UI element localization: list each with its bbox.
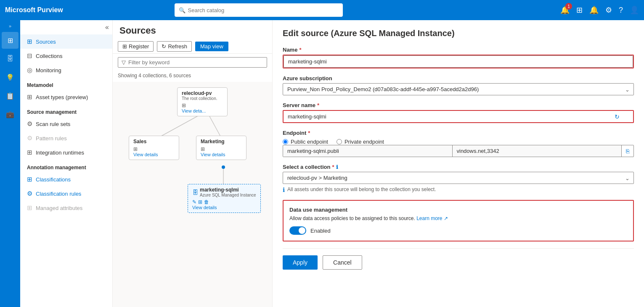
sidebar-item-classifications[interactable]: ⊞ Classifications bbox=[20, 172, 112, 186]
name-required-indicator: * bbox=[299, 47, 301, 53]
refresh-button[interactable]: ↻ Refresh bbox=[157, 41, 192, 52]
learn-more-link[interactable]: Learn more ↗ bbox=[416, 215, 448, 221]
sidebar-collapse-area: « bbox=[20, 20, 112, 34]
sales-node-table-icon: ⊞ bbox=[133, 146, 138, 152]
name-field-group: Name * bbox=[283, 47, 634, 68]
private-endpoint-option[interactable]: Private endpoint bbox=[337, 139, 384, 145]
endpoint-input-right[interactable] bbox=[452, 145, 622, 157]
cancel-button[interactable]: Cancel bbox=[323, 255, 362, 270]
marketing-node-icons: ⊞ bbox=[201, 146, 242, 152]
sqlmi-node-db-icon: 🗄 bbox=[192, 189, 198, 196]
source-management-section-label: Source management bbox=[20, 104, 112, 117]
sqlmi-node-link[interactable]: View details bbox=[192, 205, 256, 210]
collection-select[interactable]: relecloud-pv > Marketing bbox=[283, 172, 634, 184]
endpoint-radio-group: Public endpoint Private endpoint bbox=[283, 139, 634, 145]
sidebar-collapse-button[interactable]: « bbox=[105, 24, 109, 31]
rail-briefcase-icon[interactable]: 💼 bbox=[2, 106, 19, 123]
apply-button[interactable]: Apply bbox=[283, 255, 318, 270]
azure-subscription-label: Azure subscription bbox=[283, 75, 634, 81]
marketing-node-link[interactable]: View details bbox=[201, 152, 242, 157]
sources-toolbar: ⊞ Register ↻ Refresh Map view bbox=[113, 39, 272, 54]
collections-icon: ⊟ bbox=[27, 52, 32, 60]
endpoint-group: Endpoint * Public endpoint Private endpo… bbox=[283, 130, 634, 157]
rail-insight-icon[interactable]: 💡 bbox=[2, 69, 19, 86]
notifications-icon[interactable]: 🔔 1 bbox=[560, 5, 570, 15]
rail-home-icon[interactable]: ⊞ bbox=[2, 32, 19, 49]
sidebar-item-managed-attributes: ⊞ Managed attributes bbox=[20, 201, 112, 215]
register-button[interactable]: ⊞ Register bbox=[118, 41, 154, 52]
map-node-marketing-sqlmi: 🗄 marketing-sqlmi Azure SQL Managed Inst… bbox=[188, 184, 261, 213]
feedback-icon[interactable]: ⊞ bbox=[576, 5, 583, 15]
sqlmi-delete-icon[interactable]: 🗑 bbox=[204, 199, 209, 205]
help-icon[interactable]: ? bbox=[619, 6, 623, 15]
azure-subscription-group: Azure subscription Purview_Non Prod_Poli… bbox=[283, 75, 634, 95]
rail-govern-icon[interactable]: 📋 bbox=[2, 87, 19, 104]
endpoint-input-left[interactable] bbox=[283, 145, 452, 157]
server-name-select[interactable]: marketing-sqlmi bbox=[284, 111, 633, 122]
sqlmi-node-title: marketing-sqlmi bbox=[200, 187, 256, 193]
topbar: Microsoft Purview 🔍 🔔 1 ⊞ 🔔 ⚙ ? 👤 bbox=[0, 0, 644, 20]
sidebar-item-label-monitoring: Monitoring bbox=[36, 67, 61, 73]
sidebar-item-label-integration-runtimes: Integration runtimes bbox=[36, 150, 84, 156]
name-input-wrapper bbox=[283, 55, 634, 68]
root-node-icons: ⊞ bbox=[182, 102, 223, 108]
alert-icon[interactable]: 🔔 bbox=[589, 5, 599, 15]
svg-line-0 bbox=[158, 115, 200, 138]
sqlmi-edit-icon[interactable]: ✎ bbox=[192, 199, 196, 205]
sources-icon: ⊞ bbox=[27, 38, 32, 45]
edit-panel-title: Edit source (Azure SQL Managed Instance) bbox=[283, 29, 634, 38]
register-label: Register bbox=[129, 43, 149, 50]
external-link-icon: ↗ bbox=[444, 215, 448, 221]
collection-info-message: All assets under this source will belong… bbox=[287, 186, 436, 192]
sidebar: « ⊞ Sources ⊟ Collections ◎ Monitoring M… bbox=[20, 20, 113, 307]
sidebar-item-label-managed-attributes: Managed attributes bbox=[36, 205, 82, 211]
sidebar-item-monitoring[interactable]: ◎ Monitoring bbox=[20, 63, 112, 77]
account-icon[interactable]: 👤 bbox=[630, 5, 639, 15]
sidebar-item-label-collections: Collections bbox=[36, 53, 63, 59]
classification-rules-icon: ⚙ bbox=[27, 190, 32, 197]
root-node-link[interactable]: View deta... bbox=[182, 108, 223, 113]
topbar-actions: 🔔 1 ⊞ 🔔 ⚙ ? 👤 bbox=[560, 5, 639, 15]
endpoint-copy-icon[interactable]: ⎘ bbox=[621, 145, 633, 157]
sqlmi-node-subtitle: Azure SQL Managed Instance bbox=[200, 193, 256, 197]
sidebar-item-label-classifications[interactable]: Classifications bbox=[36, 176, 71, 183]
filter-input[interactable] bbox=[128, 59, 263, 66]
sidebar-item-sources[interactable]: ⊞ Sources bbox=[20, 34, 112, 49]
name-input[interactable] bbox=[284, 55, 633, 68]
sidebar-item-integration-runtimes[interactable]: ⊞ Integration runtimes bbox=[20, 145, 112, 160]
data-use-title: Data use management bbox=[289, 207, 627, 213]
rail-expand-icon[interactable]: » bbox=[9, 24, 11, 29]
public-endpoint-option[interactable]: Public endpoint bbox=[283, 139, 328, 145]
sales-node-link[interactable]: View details bbox=[133, 152, 175, 157]
collection-required-indicator: * bbox=[332, 164, 334, 170]
search-icon: 🔍 bbox=[179, 7, 186, 13]
private-endpoint-radio[interactable] bbox=[337, 139, 342, 144]
sidebar-item-scan-rule-sets[interactable]: ⚙ Scan rule sets bbox=[20, 117, 112, 131]
filter-icon: ▽ bbox=[122, 59, 126, 66]
sidebar-item-label-classification-rules[interactable]: Classification rules bbox=[36, 191, 81, 197]
collection-info-icon[interactable]: ℹ bbox=[336, 164, 338, 170]
data-use-toggle[interactable] bbox=[289, 226, 306, 235]
sidebar-item-collections[interactable]: ⊟ Collections bbox=[20, 49, 112, 63]
endpoint-label: Endpoint * bbox=[283, 130, 634, 136]
server-name-refresh-icon[interactable]: ↻ bbox=[615, 113, 620, 120]
collection-group: Select a collection * ℹ relecloud-pv > M… bbox=[283, 164, 634, 193]
sidebar-item-asset-types[interactable]: ⊞ Asset types (preview) bbox=[20, 90, 112, 104]
search-input[interactable] bbox=[188, 7, 339, 13]
sources-map-view: relecloud-pv The root collection. ⊞ View… bbox=[113, 82, 272, 307]
search-bar[interactable]: 🔍 bbox=[175, 3, 343, 17]
settings-icon[interactable]: ⚙ bbox=[605, 5, 612, 15]
sidebar-item-classification-rules[interactable]: ⚙ Classification rules bbox=[20, 186, 112, 201]
main-content: Sources ⊞ Register ↻ Refresh Map view ▽ bbox=[113, 20, 644, 307]
server-name-label: Server name * bbox=[283, 102, 634, 108]
refresh-label: Refresh bbox=[168, 43, 187, 50]
sqlmi-scan-icon[interactable]: ⊞ bbox=[198, 199, 202, 205]
server-name-group: Server name * marketing-sqlmi ↻ bbox=[283, 102, 634, 123]
azure-subscription-select[interactable]: Purview_Non Prod_Policy_Demo2 (d07a083c-… bbox=[283, 83, 634, 95]
root-node-table-icon: ⊞ bbox=[182, 102, 186, 108]
map-view-button[interactable]: Map view bbox=[195, 42, 228, 51]
svg-line-1 bbox=[209, 115, 221, 138]
rail-data-icon[interactable]: 🗄 bbox=[2, 50, 19, 67]
public-endpoint-radio[interactable] bbox=[283, 139, 288, 144]
icon-rail: » ⊞ 🗄 💡 📋 💼 bbox=[0, 20, 20, 307]
